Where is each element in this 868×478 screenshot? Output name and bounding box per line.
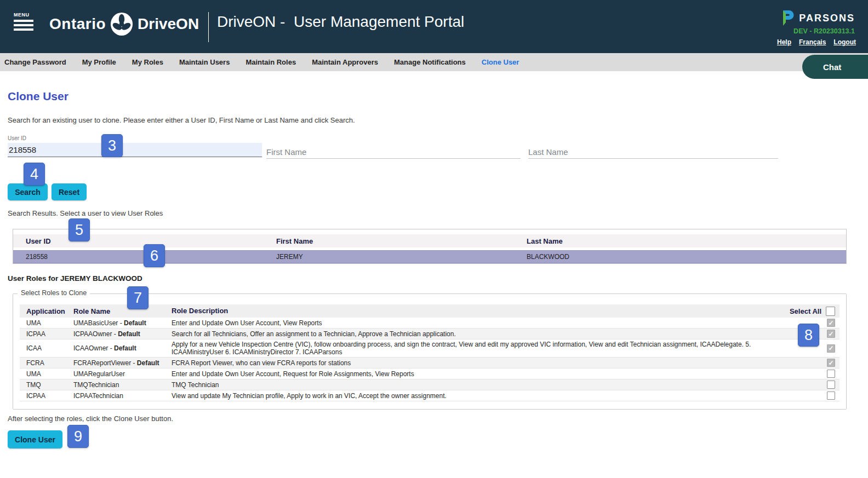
role-description: Enter and Update Own User Account, Reque… <box>172 369 769 379</box>
app-header: MENU Ontario DriveON DriveON - User Mana… <box>0 0 868 53</box>
page-title: Clone User <box>8 90 68 103</box>
first-name-label <box>266 135 521 142</box>
role-default-flag: Default <box>137 359 159 367</box>
role-name: ICAAOwner - Default <box>73 344 172 352</box>
role-checkbox-icaaowner[interactable] <box>827 344 835 353</box>
role-description: FCRA Report Viewer, who can view FCRA re… <box>172 358 769 368</box>
main-nav: Change PasswordMy ProfileMy RolesMaintai… <box>0 53 868 71</box>
role-name: UMABasicUser - Default <box>73 319 172 327</box>
last-name-label <box>528 135 778 142</box>
roles-header-role-name: Role Name <box>73 307 172 315</box>
clone-user-button[interactable]: Clone User <box>8 430 62 448</box>
role-default-flag: Default <box>124 319 146 327</box>
role-description: TMQ Technician <box>172 380 769 390</box>
roles-row-fcrareportviewer: FCRAFCRAReportViewer - DefaultFCRA Repor… <box>20 358 840 368</box>
role-checkbox-icpaatechnician[interactable] <box>827 391 835 400</box>
result-user-id: 218558 <box>13 253 264 261</box>
nav-item-my-profile[interactable]: My Profile <box>82 58 116 66</box>
roles-row-umaregularuser: UMAUMARegularUserEnter and Update Own Us… <box>20 368 840 379</box>
user-id-field[interactable]: User ID 218558 <box>8 135 262 157</box>
chat-button[interactable]: Chat <box>802 55 868 79</box>
annotation-badge-7: 7 <box>127 286 149 309</box>
results-row[interactable]: 218558JEREMYBLACKWOOD <box>13 250 846 263</box>
menu-label: MENU <box>14 12 36 18</box>
user-id-input[interactable]: 218558 <box>8 143 262 157</box>
role-checkbox-fcrareportviewer[interactable] <box>827 359 835 367</box>
first-name-input[interactable]: First Name <box>266 143 521 159</box>
role-application: ICPAA <box>20 330 73 338</box>
clone-instruction: After selecting the roles, click the Clo… <box>8 414 173 423</box>
role-application: FCRA <box>20 359 73 367</box>
last-name-field[interactable]: Last Name <box>528 135 778 159</box>
annotation-badge-8: 8 <box>798 324 819 347</box>
last-name-input[interactable]: Last Name <box>528 143 778 159</box>
role-description: Enter and Update Own User Account, View … <box>172 318 769 328</box>
role-name: FCRAReportViewer - Default <box>73 359 172 367</box>
nav-item-clone-user[interactable]: Clone User <box>482 58 519 66</box>
nav-item-maintain-users[interactable]: Maintain Users <box>179 58 230 66</box>
nav-item-change-password[interactable]: Change Password <box>4 58 66 66</box>
role-default-flag: Default <box>118 330 140 338</box>
role-application: UMA <box>20 370 73 378</box>
roles-header-role-description: Role Description <box>172 306 769 316</box>
annotation-badge-5: 5 <box>68 218 90 241</box>
results-header-row: User ID First Name Last Name <box>13 234 846 247</box>
result-first-name: JEREMY <box>264 253 514 261</box>
role-application: ICPAA <box>20 392 73 400</box>
results-caption: Search Results. Select a user to view Us… <box>8 209 163 217</box>
nav-item-my-roles[interactable]: My Roles <box>132 58 163 66</box>
role-name: ICPAAOwner - Default <box>73 330 172 338</box>
role-description: Search for all Technicians, Offer an ass… <box>172 329 769 339</box>
select-all-checkbox[interactable] <box>826 307 835 316</box>
annotation-badge-9: 9 <box>67 425 89 448</box>
header-link-fran-ais[interactable]: Français <box>799 38 826 46</box>
annotation-badge-3: 3 <box>101 134 123 157</box>
annotation-badge-6: 6 <box>144 244 165 267</box>
role-name: UMARegularUser <box>73 370 172 378</box>
role-application: ICAA <box>20 344 73 352</box>
role-checkbox-icpaaowner[interactable] <box>827 330 835 338</box>
select-all-label: Select All <box>790 307 821 315</box>
result-last-name: BLACKWOOD <box>514 253 846 261</box>
parsons-wordmark: PARSONS <box>799 13 855 24</box>
menu-button[interactable]: MENU <box>14 12 36 33</box>
user-id-label: User ID <box>8 135 262 142</box>
role-application: TMQ <box>20 381 73 389</box>
roles-row-tmqtechnician: TMQTMQTechnicianTMQ Technician <box>20 379 840 390</box>
annotation-badge-4: 4 <box>24 163 45 186</box>
role-name: TMQTechnician <box>73 381 172 389</box>
roles-header-application: Application <box>20 307 73 315</box>
first-name-field[interactable]: First Name <box>266 135 521 159</box>
role-default-flag: Default <box>114 344 136 352</box>
portal-title: DriveON - User Management Portal <box>217 13 464 31</box>
role-description: Apply for a new Vehicle Inspection Centr… <box>172 339 769 357</box>
roles-row-umabasicuser: UMAUMABasicUser - DefaultEnter and Updat… <box>20 318 840 329</box>
search-button[interactable]: Search <box>8 183 48 200</box>
role-checkbox-umabasicuser[interactable] <box>827 319 835 327</box>
roles-table: Application Role Name Role Description S… <box>20 304 840 401</box>
nav-item-maintain-roles[interactable]: Maintain Roles <box>245 58 296 66</box>
user-roles-heading: User Roles for JEREMY BLACKWOOD <box>8 274 142 283</box>
select-roles-fieldset: Select Roles to Clone Application Role N… <box>13 293 847 410</box>
header-link-help[interactable]: Help <box>777 38 791 46</box>
results-rows: 218558JEREMYBLACKWOOD <box>13 250 846 263</box>
header-link-logout[interactable]: Logout <box>833 38 856 46</box>
nav-item-maintain-approvers[interactable]: Maintain Approvers <box>312 58 378 66</box>
results-header-last-name: Last Name <box>514 237 846 245</box>
role-application: UMA <box>20 319 73 327</box>
parsons-p-icon <box>780 10 795 26</box>
reset-button[interactable]: Reset <box>52 183 87 200</box>
roles-row-icpaatechnician: ICPAAICPAATechnicianView and update My T… <box>20 390 840 401</box>
nav-item-manage-notifications[interactable]: Manage Notifications <box>394 58 466 66</box>
trillium-icon <box>110 12 133 36</box>
roles-fieldset-legend: Select Roles to Clone <box>18 289 90 297</box>
roles-row-icaaowner: ICAAICAAOwner - DefaultApply for a new V… <box>20 339 840 358</box>
header-links: HelpFrançaisLogout <box>777 38 856 46</box>
driveon-wordmark: DriveON <box>138 15 199 33</box>
ontario-wordmark: Ontario <box>49 15 106 33</box>
roles-rows: UMAUMABasicUser - DefaultEnter and Updat… <box>20 318 840 401</box>
role-checkbox-tmqtechnician[interactable] <box>827 381 835 389</box>
roles-row-icpaaowner: ICPAAICPAAOwner - DefaultSearch for all … <box>20 329 840 339</box>
role-checkbox-umaregularuser[interactable] <box>827 370 835 378</box>
results-header-first-name: First Name <box>264 237 514 245</box>
